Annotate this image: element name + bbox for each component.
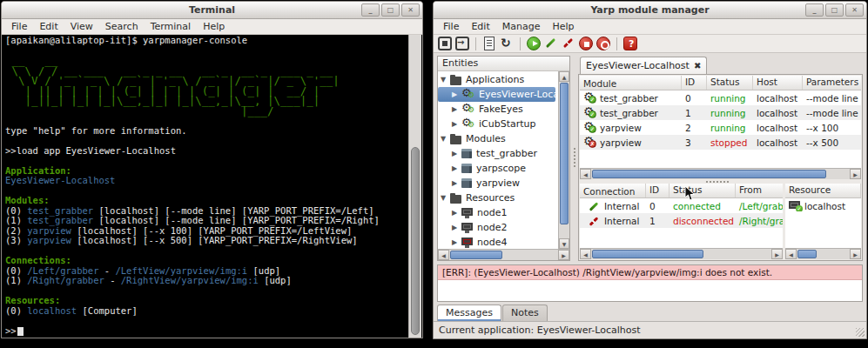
entities-horizontal-scrollbar[interactable]: ◀ ▶ bbox=[438, 249, 569, 260]
menu-item-view[interactable]: View bbox=[64, 20, 99, 33]
tree-item-fakeeyes[interactable]: ▶FakeEyes bbox=[438, 102, 557, 117]
module-row[interactable]: ✓yarpview2runninglocalhost--x 100 bbox=[580, 120, 861, 135]
import-application-icon[interactable] bbox=[455, 37, 469, 50]
stop-icon[interactable] bbox=[579, 37, 593, 50]
expander-icon[interactable]: ▶ bbox=[452, 209, 460, 217]
module-row[interactable]: ✓test_grabber0runninglocalhost--mode lin… bbox=[580, 90, 861, 105]
tab-close-icon[interactable]: ✖ bbox=[694, 61, 701, 70]
module-table-header[interactable]: ModuleIDStatusHostParametersStdioWork D bbox=[580, 76, 861, 90]
module-row[interactable]: ✗yarpview3stoppedlocalhost--x 500 bbox=[580, 135, 861, 150]
tree-item-resources[interactable]: ▼Resources bbox=[438, 191, 557, 205]
scrollbar-thumb[interactable] bbox=[450, 251, 502, 259]
terminal-titlebar[interactable]: Terminal _ □ ✕ bbox=[2, 2, 422, 19]
scroll-right-arrow-icon[interactable]: ▶ bbox=[850, 249, 861, 259]
column-header-host[interactable]: Host bbox=[753, 76, 803, 90]
resource-panel-header[interactable]: Resource bbox=[785, 184, 861, 198]
tab-notes[interactable]: Notes bbox=[502, 304, 548, 321]
menu-item-help[interactable]: Help bbox=[197, 20, 231, 33]
minimize-button[interactable]: _ bbox=[805, 3, 824, 17]
scroll-down-arrow-icon[interactable]: ▼ bbox=[559, 238, 569, 249]
scrollbar-thumb[interactable] bbox=[797, 250, 817, 258]
scroll-left-arrow-icon[interactable]: ◀ bbox=[785, 249, 797, 259]
resize-grip-icon[interactable] bbox=[856, 328, 865, 337]
connection-table-hscrollbar[interactable]: ◀ ▶ bbox=[580, 248, 783, 259]
tree-item-test_grabber[interactable]: ▶test_grabber bbox=[438, 146, 557, 161]
menu-item-help[interactable]: Help bbox=[546, 20, 580, 33]
connection-row[interactable]: Internal1disconnected/Right/grabber/Righ… bbox=[580, 213, 783, 228]
scroll-left-arrow-icon[interactable]: ◀ bbox=[580, 249, 591, 259]
terminal-scrollbar-thumb[interactable] bbox=[411, 147, 420, 335]
entities-vertical-scrollbar[interactable]: ▲ ▼ bbox=[558, 71, 569, 249]
expander-icon[interactable]: ▶ bbox=[452, 164, 460, 172]
scroll-up-arrow-icon[interactable]: ▲ bbox=[559, 71, 569, 82]
column-header-status[interactable]: Status bbox=[707, 76, 753, 90]
resource-panel-hscrollbar[interactable]: ◀ ▶ bbox=[785, 248, 861, 259]
scrollbar-thumb[interactable] bbox=[592, 250, 703, 258]
terminal-output[interactable]: [apaikan@alilaptop-iit]$ yarpmanager-con… bbox=[5, 36, 407, 338]
column-header-id[interactable]: ID bbox=[682, 76, 707, 90]
vertical-splitter[interactable] bbox=[572, 56, 576, 261]
menu-item-search[interactable]: Search bbox=[99, 20, 145, 33]
expander-icon[interactable]: ▶ bbox=[452, 179, 460, 187]
close-button[interactable]: ✕ bbox=[845, 3, 864, 17]
close-button[interactable]: ✕ bbox=[401, 3, 420, 17]
refresh-icon[interactable] bbox=[500, 37, 514, 50]
tree-item-yarpview[interactable]: ▶yarpview bbox=[438, 176, 557, 191]
menu-item-file[interactable]: File bbox=[437, 20, 465, 33]
module-row[interactable]: ✓test_grabber1runninglocalhost--mode lin… bbox=[580, 105, 861, 120]
scroll-right-arrow-icon[interactable]: ▶ bbox=[558, 250, 569, 260]
tree-item-icubstartup[interactable]: ▶iCubStartup bbox=[438, 117, 557, 131]
run-icon[interactable] bbox=[527, 37, 541, 50]
scroll-left-arrow-icon[interactable]: ◀ bbox=[438, 250, 449, 260]
horizontal-splitter[interactable] bbox=[580, 179, 861, 184]
terminal-scrollbar[interactable] bbox=[408, 35, 421, 338]
module-table-hscrollbar[interactable]: ◀ ▶ bbox=[580, 168, 861, 179]
tab-eyesviewer-localhost[interactable]: EyesViewer-Localhost ✖ bbox=[580, 57, 707, 74]
menu-item-edit[interactable]: Edit bbox=[33, 20, 64, 33]
expander-icon[interactable]: ▶ bbox=[452, 120, 460, 128]
column-header-parameters[interactable]: Parameters bbox=[803, 76, 861, 90]
tree-item-eyesviewer-localhost[interactable]: ▶EyesViewer-Localhost bbox=[438, 87, 555, 102]
tree-item-applications[interactable]: ▼Applications bbox=[438, 72, 557, 87]
tab-messages[interactable]: Messages bbox=[437, 304, 501, 321]
column-header-status[interactable]: Status bbox=[670, 184, 736, 197]
expander-icon[interactable]: ▼ bbox=[441, 194, 448, 202]
connect-icon[interactable] bbox=[544, 37, 558, 50]
column-header-from[interactable]: From bbox=[736, 184, 783, 197]
expander-icon[interactable]: ▼ bbox=[441, 135, 448, 143]
new-application-icon[interactable] bbox=[438, 37, 452, 50]
menu-item-terminal[interactable]: Terminal bbox=[145, 20, 198, 33]
minimize-button[interactable]: _ bbox=[361, 3, 380, 17]
column-header-module[interactable]: Module bbox=[580, 76, 682, 90]
scroll-right-arrow-icon[interactable]: ▶ bbox=[771, 249, 783, 259]
column-header-id[interactable]: ID bbox=[646, 184, 670, 197]
scrollbar-thumb[interactable] bbox=[560, 83, 569, 224]
expander-icon[interactable]: ▶ bbox=[452, 105, 460, 113]
connection-row[interactable]: Internal0connected/Left/grabber/LeftView… bbox=[580, 198, 783, 213]
description-icon[interactable] bbox=[484, 37, 495, 50]
scroll-right-arrow-icon[interactable]: ▶ bbox=[850, 169, 861, 179]
scrollbar-thumb[interactable] bbox=[592, 170, 826, 178]
connection-table-header[interactable]: ConnectionIDStatusFromTo bbox=[580, 184, 783, 198]
tree-item-yarpscope[interactable]: ▶yarpscope bbox=[438, 161, 557, 176]
help-icon[interactable] bbox=[623, 37, 637, 50]
manager-titlebar[interactable]: Yarp module manager _ □ ✕ bbox=[434, 2, 866, 19]
maximize-button[interactable]: □ bbox=[825, 3, 844, 17]
disconnect-icon[interactable] bbox=[562, 37, 575, 50]
expander-icon[interactable]: ▼ bbox=[441, 76, 448, 84]
kill-icon[interactable] bbox=[596, 37, 610, 50]
expander-icon[interactable]: ▶ bbox=[452, 238, 460, 246]
tree-item-node4[interactable]: ▶node4 bbox=[438, 235, 557, 249]
menu-item-manage[interactable]: Manage bbox=[496, 20, 547, 33]
menu-item-edit[interactable]: Edit bbox=[465, 20, 495, 33]
tree-item-modules[interactable]: ▼Modules bbox=[438, 131, 557, 146]
tree-item-node2[interactable]: ▶node2 bbox=[438, 220, 557, 235]
error-message[interactable]: [ERR]: (EyesViewer-Localhost) /RightView… bbox=[438, 265, 862, 280]
tree-item-node1[interactable]: ▶node1 bbox=[438, 205, 557, 220]
column-header-connection[interactable]: Connection bbox=[580, 184, 646, 197]
resource-row[interactable]: localhost bbox=[785, 198, 861, 213]
expander-icon[interactable]: ▶ bbox=[452, 150, 460, 157]
expander-icon[interactable]: ▶ bbox=[452, 224, 460, 231]
maximize-button[interactable]: □ bbox=[381, 3, 400, 17]
scroll-left-arrow-icon[interactable]: ◀ bbox=[580, 169, 591, 179]
